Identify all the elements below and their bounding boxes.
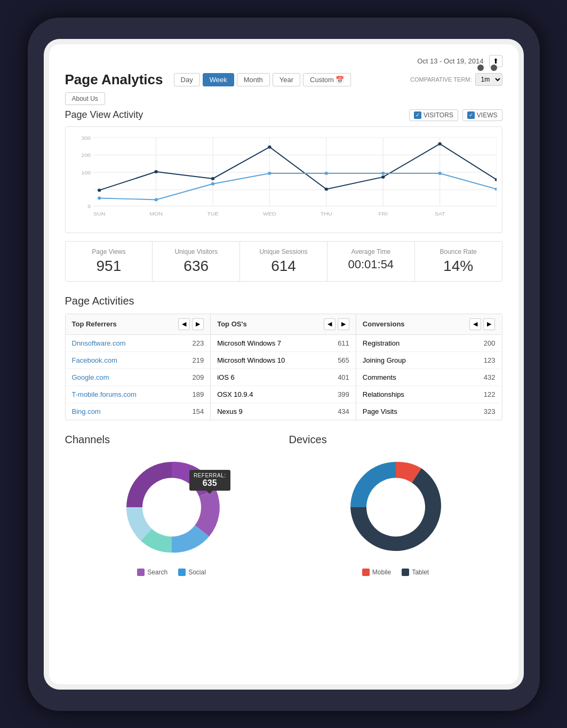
comparative-label: COMPARATIVE TERM: [410, 76, 472, 83]
svg-point-26 [211, 182, 214, 185]
comparative-term: COMPARATIVE TERM: 1m 3m 6m 1y [410, 73, 502, 86]
list-item: T-mobile.forums.com 189 [66, 386, 211, 403]
svg-point-29 [381, 172, 385, 175]
referrer-count-4: 189 [192, 390, 204, 398]
conversion-name-2: Joining Group [363, 356, 406, 364]
os-next[interactable]: ▶ [338, 318, 349, 330]
referrer-link-5[interactable]: Bing.com [72, 407, 101, 415]
list-item: Page Visits 323 [356, 403, 502, 420]
tablet-legend-label: Tablet [412, 569, 429, 576]
activities-title: Page Activities [65, 295, 502, 307]
devices-section: Devices [289, 434, 502, 576]
conversions-prev[interactable]: ◀ [469, 318, 481, 330]
referrers-next[interactable]: ▶ [192, 318, 204, 330]
referrers-prev[interactable]: ◀ [178, 318, 190, 330]
legend-social: Social [178, 569, 206, 576]
referrer-link-4[interactable]: T-mobile.forums.com [72, 390, 137, 398]
svg-text:0: 0 [87, 203, 91, 209]
os-count-5: 434 [338, 407, 349, 415]
about-us-button[interactable]: About Us [65, 92, 105, 105]
svg-point-39 [142, 478, 201, 537]
svg-text:FRI: FRI [378, 211, 387, 217]
views-label: VIEWS [477, 111, 498, 119]
search-legend-label: Search [147, 569, 167, 576]
os-prev[interactable]: ◀ [324, 318, 336, 330]
referrer-link-2[interactable]: Facebook.com [72, 356, 117, 364]
os-header: Top OS's ◀ ▶ [211, 314, 356, 335]
devices-title: Devices [289, 434, 502, 446]
svg-point-30 [438, 172, 441, 175]
stat-value-page-views: 951 [70, 258, 148, 275]
svg-text:WED: WED [263, 211, 276, 217]
referrers-title: Top Referrers [72, 320, 117, 328]
filter-custom-button[interactable]: Custom 📅 [303, 73, 351, 86]
referrer-count-1: 223 [192, 339, 204, 347]
views-check-icon [467, 111, 475, 119]
tablet-color-dot [402, 569, 409, 576]
os-count-1: 611 [338, 339, 349, 347]
devices-donut [342, 454, 449, 561]
svg-point-21 [381, 175, 385, 178]
svg-point-22 [438, 142, 441, 145]
filter-year-button[interactable]: Year [273, 73, 300, 86]
list-item: Google.com 209 [66, 369, 211, 386]
referrers-header: Top Referrers ◀ ▶ [66, 314, 211, 335]
svg-point-18 [211, 177, 214, 180]
conversion-count-1: 200 [484, 339, 496, 347]
list-item: Registration 200 [356, 335, 502, 352]
conversion-count-2: 123 [484, 356, 496, 364]
os-name-1: Microsoft Windows 7 [217, 339, 281, 347]
mobile-color-dot [362, 569, 370, 576]
comparative-select[interactable]: 1m 3m 6m 1y [475, 73, 502, 86]
list-item: Bing.com 154 [66, 403, 211, 420]
referrer-link-3[interactable]: Google.com [72, 373, 109, 381]
activities-grid: Top Referrers ◀ ▶ Dnnsoftware.com 223 Fa… [65, 314, 502, 420]
chart-title: Page View Activity [65, 109, 143, 121]
os-count-2: 565 [338, 356, 349, 364]
referrer-link-1[interactable]: Dnnsoftware.com [72, 339, 126, 347]
filter-day-button[interactable]: Day [174, 73, 200, 86]
conversions-title: Conversions [363, 320, 405, 328]
conversions-next[interactable]: ▶ [483, 318, 495, 330]
svg-text:SUN: SUN [93, 211, 105, 217]
os-name-3: iOS 6 [217, 373, 235, 381]
stat-label-unique-sessions: Unique Sessions [244, 248, 323, 255]
channels-title: Channels [65, 434, 278, 446]
stat-unique-visitors: Unique Visitors 636 [153, 242, 240, 281]
views-toggle[interactable]: VIEWS [462, 109, 502, 121]
svg-point-31 [494, 187, 496, 190]
list-item: Microsoft Windows 7 611 [211, 335, 356, 352]
list-item: Comments 432 [356, 369, 502, 386]
os-count-4: 399 [338, 390, 349, 398]
conversion-count-4: 122 [484, 390, 496, 398]
svg-text:SAT: SAT [434, 211, 445, 217]
svg-point-19 [268, 145, 271, 148]
filter-month-button[interactable]: Month [237, 73, 270, 86]
visitors-check-icon [414, 111, 421, 119]
visitors-toggle[interactable]: VISITORS [409, 109, 458, 121]
channels-svg [118, 454, 225, 561]
stats-row: Page Views 951 Unique Visitors 636 Uniqu… [65, 241, 502, 282]
list-item: Joining Group 123 [356, 352, 502, 369]
legend-search: Search [137, 569, 167, 576]
os-count-3: 401 [338, 373, 349, 381]
svg-point-27 [268, 172, 271, 175]
date-range: Oct 13 - Oct 19, 2014 [417, 57, 483, 65]
legend-tablet: Tablet [402, 569, 429, 576]
referrers-column: Top Referrers ◀ ▶ Dnnsoftware.com 223 Fa… [66, 314, 211, 420]
social-color-dot [178, 569, 186, 576]
stat-label-page-views: Page Views [70, 248, 148, 255]
list-item: Microsoft Windows 10 565 [211, 352, 356, 369]
devices-legend: Mobile Tablet [289, 569, 502, 576]
stat-average-time: Average Time 00:01:54 [328, 242, 415, 281]
filter-week-button[interactable]: Week [203, 73, 234, 86]
legend-mobile: Mobile [362, 569, 391, 576]
conversion-count-5: 323 [484, 407, 496, 415]
stat-value-bounce-rate: 14% [419, 258, 498, 275]
svg-text:100: 100 [81, 170, 91, 175]
stat-label-unique-visitors: Unique Visitors [157, 248, 235, 255]
list-item: Relationships 122 [356, 386, 502, 403]
stat-label-bounce-rate: Bounce Rate [419, 248, 498, 255]
svg-text:200: 200 [81, 152, 91, 158]
svg-point-20 [324, 187, 328, 190]
